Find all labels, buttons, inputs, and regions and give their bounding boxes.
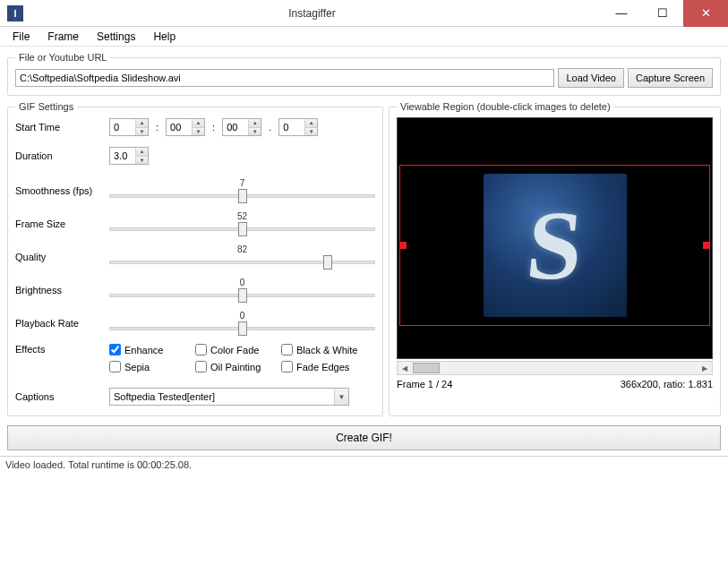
brightness-label: Brightness [15,285,109,295]
start-hours-spinner[interactable]: ▲▼ [109,118,149,136]
fade-checkbox[interactable]: Fade Edges [281,361,367,372]
smoothness-label: Smoothness (fps) [15,185,109,196]
oil-checkbox[interactable]: Oil Painting [195,361,281,372]
playback-slider[interactable]: 0 [109,311,375,335]
gif-settings-legend: GIF Settings [15,101,77,112]
resize-handle-left[interactable] [399,242,407,249]
gif-settings-group: GIF Settings Start Time ▲▼ : ▲▼ : ▲▼ . ▲… [7,101,383,416]
brightness-slider[interactable]: 0 [109,278,375,302]
titlebar: I Instagiffer — ☐ ✕ [0,0,728,27]
start-seconds-spinner[interactable]: ▲▼ [222,118,261,136]
url-input[interactable] [15,69,554,87]
url-group: File or Youtube URL Load Video Capture S… [7,52,721,96]
load-video-button[interactable]: Load Video [558,68,623,88]
preview-area[interactable]: S [397,117,713,359]
spinner-up-icon[interactable]: ▲ [135,119,148,127]
duration-spinner[interactable]: ▲▼ [109,147,149,165]
frame-size-label: Frame Size [15,218,109,229]
url-legend: File or Youtube URL [15,52,110,63]
smoothness-slider[interactable]: 7 [109,178,375,202]
status-bar: Video loaded. Total runtime is 00:00:25.… [0,456,728,473]
resize-handle-right[interactable] [703,242,710,249]
menu-settings[interactable]: Settings [88,29,144,45]
chevron-down-icon[interactable]: ▼ [334,389,348,405]
frame-size-slider[interactable]: 52 [109,211,375,235]
captions-select[interactable]: Softpedia Tested[enter] ▼ [109,388,349,406]
spinner-down-icon[interactable]: ▼ [135,127,148,136]
enhance-checkbox[interactable]: Enhance [109,344,195,355]
viewable-group: Viewable Region (double-click images to … [389,101,721,416]
quality-label: Quality [15,252,109,262]
frame-dimensions: 366x200, ratio: 1.831 [621,379,713,390]
duration-label: Duration [15,150,109,161]
captions-label: Captions [15,391,109,402]
scroll-right-icon[interactable]: ▶ [698,362,712,374]
sepia-checkbox[interactable]: Sepia [109,361,195,372]
frame-counter: Frame 1 / 24 [397,379,452,390]
create-gif-button[interactable]: Create GIF! [7,425,721,450]
menu-frame[interactable]: Frame [39,29,88,45]
menubar: File Frame Settings Help [0,27,728,47]
start-frames-spinner[interactable]: ▲▼ [278,118,318,136]
close-button[interactable]: ✕ [683,0,728,27]
selection-rect[interactable]: S [399,165,710,326]
quality-slider[interactable]: 82 [109,244,375,269]
viewable-legend: Viewable Region (double-click images to … [397,101,614,112]
frame-scrollbar[interactable]: ◀ ▶ [397,361,713,375]
minimize-button[interactable]: — [601,0,642,27]
colorfade-checkbox[interactable]: Color Fade [195,344,281,355]
menu-help[interactable]: Help [144,29,184,45]
bw-checkbox[interactable]: Black & White [281,344,367,355]
scroll-left-icon[interactable]: ◀ [398,362,412,374]
capture-screen-button[interactable]: Capture Screen [628,68,713,88]
scroll-thumb[interactable] [413,363,440,373]
playback-label: Playback Rate [15,318,109,329]
start-minutes-spinner[interactable]: ▲▼ [166,118,205,136]
effects-label: Effects [15,344,109,355]
menu-file[interactable]: File [4,29,39,45]
preview-thumbnail: S [484,174,627,317]
start-time-label: Start Time [15,122,109,133]
maximize-button[interactable]: ☐ [642,0,683,27]
window-title: Instagiffer [23,7,601,20]
app-icon: I [7,5,23,21]
